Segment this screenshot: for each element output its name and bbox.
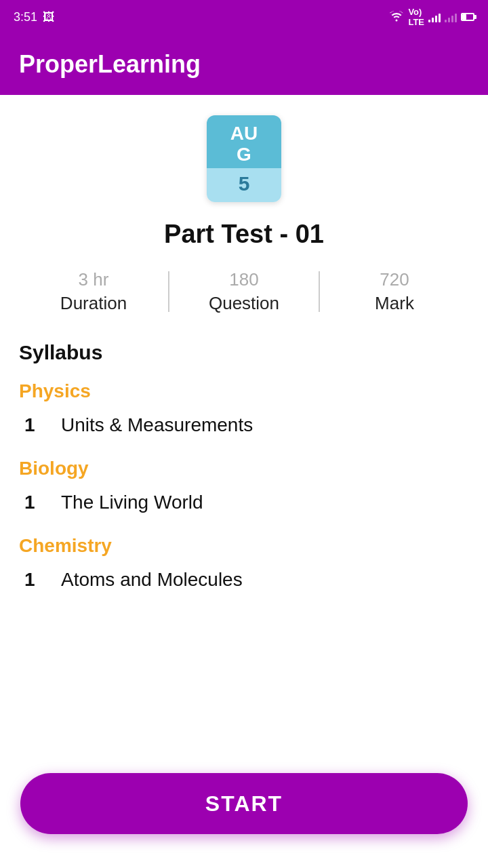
stat-questions-label: Question [209,293,279,314]
stat-duration-label: Duration [60,293,127,314]
topic-number-biology-1: 1 [24,492,41,513]
topic-number-chemistry-1: 1 [24,569,41,591]
main-content: AU G 5 Part Test - 01 3 hr Duration 180 … [0,95,488,707]
topic-name-physics-1: Units & Measurements [61,414,253,436]
syllabus-section: Syllabus Physics 1 Units & Measurements … [19,341,469,612]
battery-icon [461,13,474,21]
status-right: Vo)LTE [389,7,474,27]
subject-name-chemistry: Chemistry [19,535,469,557]
stat-duration-value: 3 hr [79,269,109,290]
subject-group-biology: Biology 1 The Living World [19,458,469,513]
start-button-container: START [20,773,468,834]
stat-duration: 3 hr Duration [19,269,168,314]
subject-group-chemistry: Chemistry 1 Atoms and Molecules [19,535,469,591]
topic-row-biology-1: 1 The Living World [19,492,469,513]
subject-name-physics: Physics [19,380,469,402]
topic-name-chemistry-1: Atoms and Molecules [61,569,243,591]
date-badge-day: 5 [207,168,281,202]
app-header: ProperLearning [0,34,488,95]
wifi-icon [389,11,404,24]
topic-row-chemistry-1: 1 Atoms and Molecules [19,569,469,591]
subject-name-biology: Biology [19,458,469,479]
topic-number-physics-1: 1 [24,414,41,436]
status-bar: 3:51 🖼 Vo)LTE [0,0,488,34]
stat-marks-value: 720 [380,269,409,290]
syllabus-heading: Syllabus [19,341,469,364]
topic-name-biology-1: The Living World [61,492,203,513]
subject-group-physics: Physics 1 Units & Measurements [19,380,469,436]
date-badge-month-top: AU G [207,115,281,168]
signal-icon [428,12,441,22]
stats-row: 3 hr Duration 180 Question 720 Mark [19,269,469,314]
stat-questions-value: 180 [229,269,258,290]
image-icon: 🖼 [43,10,55,24]
date-badge: AU G 5 [207,115,281,202]
stat-marks-label: Mark [375,293,414,314]
app-title: ProperLearning [19,50,201,79]
stat-marks: 720 Mark [320,269,469,314]
start-button[interactable]: START [20,773,468,834]
topic-row-physics-1: 1 Units & Measurements [19,414,469,436]
signal-icon-2 [445,12,457,22]
stat-questions: 180 Question [169,269,319,314]
lte-icon: Vo)LTE [408,7,424,27]
test-title: Part Test - 01 [164,220,324,249]
status-left: 3:51 🖼 [14,10,55,24]
status-time: 3:51 [14,10,37,24]
